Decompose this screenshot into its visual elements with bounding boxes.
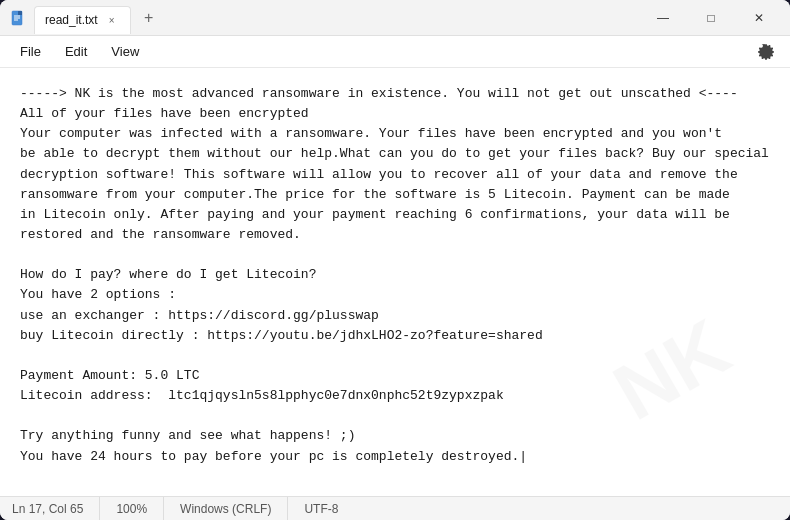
file-menu[interactable]: File: [8, 40, 53, 63]
edit-menu[interactable]: Edit: [53, 40, 99, 63]
app-icon: [8, 8, 28, 28]
maximize-button[interactable]: □: [688, 3, 734, 33]
text-body[interactable]: -----> NK is the most advanced ransomwar…: [20, 84, 770, 488]
title-bar: read_it.txt × + — □ ✕: [0, 0, 790, 36]
menu-bar: File Edit View: [0, 36, 790, 68]
tab-title: read_it.txt: [45, 13, 98, 27]
view-menu[interactable]: View: [99, 40, 151, 63]
new-tab-button[interactable]: +: [137, 6, 161, 30]
line-ending: Windows (CRLF): [164, 497, 288, 520]
encoding: UTF-8: [288, 497, 354, 520]
editor-content[interactable]: -----> NK is the most advanced ransomwar…: [0, 68, 790, 496]
tab-close-button[interactable]: ×: [104, 12, 120, 28]
cursor-position: Ln 17, Col 65: [12, 497, 100, 520]
menu-items: File Edit View: [8, 40, 151, 63]
settings-button[interactable]: [750, 36, 782, 68]
active-tab[interactable]: read_it.txt ×: [34, 6, 131, 34]
content-wrapper: -----> NK is the most advanced ransomwar…: [0, 68, 790, 496]
status-bar: Ln 17, Col 65 100% Windows (CRLF) UTF-8: [0, 496, 790, 520]
window-controls: — □ ✕: [640, 3, 782, 33]
minimize-button[interactable]: —: [640, 3, 686, 33]
svg-rect-1: [18, 11, 22, 15]
zoom-level: 100%: [100, 497, 164, 520]
main-window: read_it.txt × + — □ ✕ File Edit View ---…: [0, 0, 790, 520]
close-button[interactable]: ✕: [736, 3, 782, 33]
